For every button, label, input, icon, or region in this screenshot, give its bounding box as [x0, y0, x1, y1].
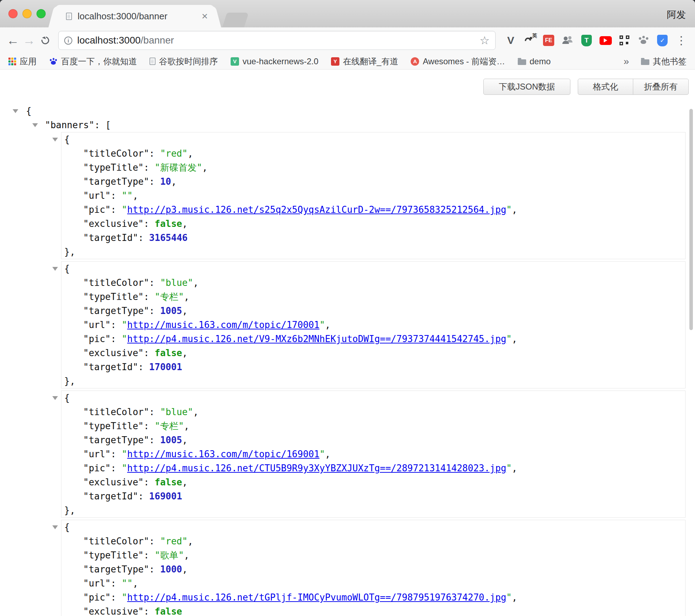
- json-token-key: "titleColor": [83, 148, 149, 159]
- extension-baidu-button[interactable]: [635, 32, 652, 49]
- back-button[interactable]: ←: [5, 32, 21, 48]
- youdao-crane-icon: 英: [523, 34, 536, 47]
- collapse-arrow-icon[interactable]: [52, 396, 58, 400]
- minimize-window-button[interactable]: [22, 9, 32, 18]
- bookmark-star-icon[interactable]: ☆: [479, 35, 490, 46]
- json-token-pun: :: [111, 204, 121, 215]
- fehelper-icon: FE: [543, 35, 554, 46]
- json-token-key: "targetId": [83, 232, 138, 243]
- json-url-link[interactable]: http://p4.music.126.net/CTU5B9R9y3XyYBZX…: [127, 463, 506, 473]
- json-token-key: "typeTitle": [83, 550, 144, 561]
- json-token-str: "新碟首发": [155, 162, 202, 173]
- other-bookmarks-folder[interactable]: 其他书签: [641, 56, 687, 67]
- json-line: "titleColor": "red",: [61, 534, 685, 548]
- json-token-str: ": [506, 592, 512, 603]
- json-token-pun: ,: [182, 218, 188, 229]
- collapse-arrow-icon[interactable]: [52, 525, 58, 529]
- bookmark-item-vue-hackernews[interactable]: V vue-hackernews-2.0: [231, 57, 318, 66]
- forward-button[interactable]: →: [21, 32, 37, 48]
- bookmark-label: demo: [530, 57, 551, 66]
- extension-collaboration-button[interactable]: [559, 32, 576, 49]
- collapse-arrow-icon[interactable]: [52, 138, 58, 142]
- address-bar[interactable]: i localhost:3000/banner ☆: [58, 31, 496, 50]
- tab-title: localhost:3000/banner: [78, 11, 197, 22]
- json-url-link[interactable]: http://music.163.com/m/topic/170001: [127, 320, 319, 330]
- json-url-link[interactable]: http://p4.music.126.net/V9-MXz6b2MNhEKju…: [127, 334, 506, 344]
- close-window-button[interactable]: [8, 9, 18, 18]
- json-token-pun: :: [149, 148, 160, 159]
- json-viewer-actions: 下载JSON数据 格式化 折叠所有: [483, 79, 689, 95]
- json-token-pun: ,: [187, 148, 193, 159]
- tab-favicon-icon: [66, 13, 72, 20]
- site-info-icon[interactable]: i: [64, 37, 72, 45]
- json-line: "url": "",: [61, 576, 685, 590]
- page-icon: [150, 58, 155, 65]
- json-token-str: "blue": [160, 407, 193, 417]
- reload-button[interactable]: [37, 32, 53, 48]
- json-token-pun: },: [64, 505, 75, 516]
- json-token-key: "typeTitle": [83, 162, 144, 173]
- bookmark-item-apps[interactable]: 应用: [8, 56, 37, 67]
- bookmark-item-google-sort[interactable]: 谷歌按时间排序: [150, 56, 218, 67]
- json-url-link[interactable]: http://p4.music.126.net/tGPljf-IMOCyPvum…: [127, 592, 506, 603]
- download-json-button[interactable]: 下载JSON数据: [483, 79, 570, 95]
- json-token-key: "targetType": [83, 176, 149, 187]
- collapse-arrow-icon[interactable]: [32, 123, 38, 127]
- json-token-num: 3165446: [149, 232, 188, 243]
- json-token-pun: ,: [182, 564, 188, 575]
- json-token-pun: :: [138, 362, 149, 372]
- extension-vimium-button[interactable]: V: [502, 32, 519, 49]
- bookmark-label: 应用: [20, 56, 37, 67]
- browser-tab[interactable]: localhost:3000/banner ×: [55, 5, 214, 27]
- json-token-pun: :: [144, 218, 154, 229]
- bookmarks-overflow-chevron[interactable]: »: [623, 56, 629, 67]
- collapse-arrow-icon[interactable]: [52, 267, 58, 271]
- json-line: "pic": "http://p4.music.126.net/V9-MXz6b…: [61, 332, 685, 346]
- json-token-pun: ,: [193, 407, 199, 417]
- json-token-str: ": [319, 449, 325, 459]
- json-url-link[interactable]: http://p3.music.126.net/s25q2x5QyqsAzilC…: [127, 204, 506, 215]
- bookmark-item-awesomes[interactable]: A Awesomes - 前端资…: [411, 56, 505, 67]
- browser-menu-button[interactable]: ⋮: [673, 32, 690, 49]
- json-token-num: 1000: [160, 564, 182, 575]
- json-token-pun: :: [144, 550, 154, 561]
- other-bookmarks-label: 其他书签: [653, 56, 687, 67]
- window-controls: [8, 9, 46, 18]
- json-token-pun: :: [149, 306, 160, 316]
- extension-youtube-button[interactable]: [597, 32, 614, 49]
- json-token-pun: :: [138, 232, 149, 243]
- bookmark-item-demo[interactable]: demo: [518, 57, 551, 66]
- json-token-num: 169001: [149, 491, 182, 502]
- extension-security-shield-button[interactable]: ✓: [654, 32, 671, 49]
- json-line: "targetType": 1000,: [61, 562, 685, 576]
- new-tab-button[interactable]: [222, 13, 249, 27]
- json-line: "exclusive": false,: [61, 346, 685, 360]
- bookmark-item-youdao-translate[interactable]: Y 在线翻译_有道: [331, 56, 398, 67]
- json-token-key: "titleColor": [83, 407, 149, 417]
- bookmark-item-baidu[interactable]: 百度一下，你就知道: [49, 56, 137, 67]
- page-content: 下载JSON数据 格式化 折叠所有 {"banners": [{"titleCo…: [0, 70, 695, 616]
- profile-name[interactable]: 阿发: [667, 8, 686, 21]
- json-token-str: "专栏": [155, 291, 184, 302]
- json-token-pun: ,: [325, 320, 331, 330]
- extension-fehelper-button[interactable]: FE: [540, 32, 557, 49]
- json-token-pun: ,: [182, 306, 188, 316]
- extension-tampermonkey-button[interactable]: T: [578, 32, 595, 49]
- collapse-all-button[interactable]: 折叠所有: [633, 79, 689, 95]
- page-scrollbar-thumb[interactable]: [689, 109, 693, 330]
- tab-close-icon[interactable]: ×: [201, 11, 208, 21]
- folder-icon: [641, 58, 649, 65]
- json-token-bool: false: [155, 606, 182, 616]
- json-token-str: "专栏": [155, 421, 184, 431]
- browser-window: localhost:3000/banner × 阿发 ← → i localho…: [0, 0, 695, 616]
- format-button[interactable]: 格式化: [578, 79, 633, 95]
- json-url-link[interactable]: http://music.163.com/m/topic/169001: [127, 449, 319, 459]
- json-token-pun: ,: [512, 463, 517, 473]
- zoom-window-button[interactable]: [37, 9, 46, 18]
- json-token-str: "blue": [160, 277, 193, 288]
- extension-youdao-dict-button[interactable]: 英: [521, 32, 538, 49]
- json-token-pun: ,: [133, 190, 138, 201]
- extension-qrcode-button[interactable]: [616, 32, 633, 49]
- collapse-arrow-icon[interactable]: [13, 109, 18, 113]
- json-token-pun: ,: [184, 550, 190, 561]
